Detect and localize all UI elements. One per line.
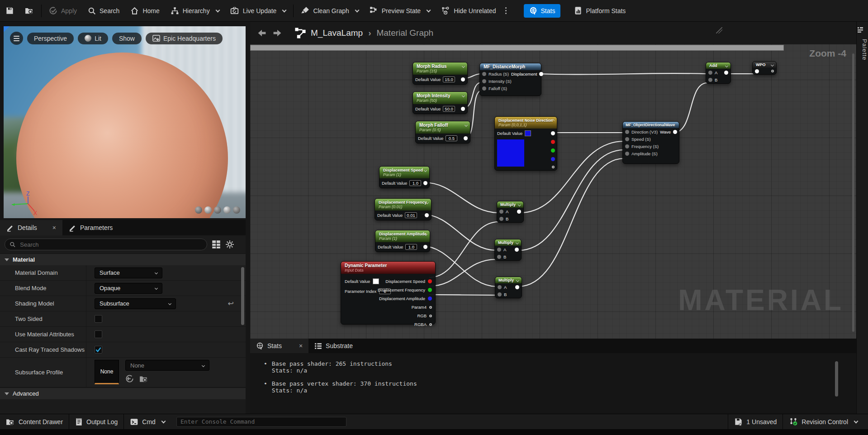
save-button[interactable]: [0, 0, 19, 22]
input-pin[interactable]: [499, 217, 503, 221]
preview-shape-plane-button[interactable]: [214, 206, 221, 214]
unsaved-button[interactable]: 1 Unsaved: [728, 414, 783, 430]
apply-button[interactable]: Apply: [43, 0, 82, 22]
chevron-down-icon[interactable]: [771, 63, 774, 67]
viewport-menu-button[interactable]: [10, 32, 23, 45]
subsurface-profile-thumbnail[interactable]: None: [95, 360, 119, 384]
breadcrumb-page[interactable]: Material Graph: [376, 28, 433, 38]
details-search-box[interactable]: [5, 239, 207, 250]
content-drawer-button[interactable]: Content Drawer: [0, 414, 69, 430]
input-pin[interactable]: [482, 79, 486, 83]
output-pin[interactable]: [429, 306, 432, 309]
search-button[interactable]: Search: [82, 0, 125, 22]
live-update-button[interactable]: Live Update: [225, 0, 292, 22]
preview-scene-button[interactable]: Epic Headquarters: [146, 33, 223, 44]
console-command-input[interactable]: [176, 417, 346, 427]
section-material[interactable]: Material: [0, 253, 246, 265]
output-pin[interactable]: [428, 296, 432, 301]
back-arrow-icon[interactable]: [256, 29, 267, 38]
output-pin[interactable]: [551, 131, 555, 135]
output-pin[interactable]: [464, 136, 468, 140]
input-pin[interactable]: [625, 144, 629, 148]
preview-shape-mesh-button[interactable]: [233, 206, 240, 214]
use-selected-icon[interactable]: [125, 374, 134, 383]
toolbar-overflow-button[interactable]: [502, 7, 510, 14]
node-add[interactable]: Add A B: [706, 62, 731, 84]
node-multiply-1[interactable]: Multiply A B: [497, 201, 524, 223]
input-pin[interactable]: [625, 152, 629, 156]
show-menu-button[interactable]: Show: [112, 33, 142, 44]
two-sided-checkbox[interactable]: [95, 315, 102, 323]
preview-shape-cube-button[interactable]: [223, 206, 231, 214]
home-button[interactable]: Home: [125, 0, 165, 22]
cast-ray-traced-shadows-checkbox[interactable]: [95, 346, 102, 354]
output-pin[interactable]: [673, 130, 677, 134]
output-pin[interactable]: [423, 245, 427, 249]
node-displacement-noise-direction[interactable]: Displacement Noise Direction Param (0,0,…: [494, 116, 557, 171]
node-morph-radius[interactable]: Morph Radius Param (15) Default Value 15…: [413, 62, 468, 85]
chevron-down-icon[interactable]: [462, 65, 465, 68]
output-pin[interactable]: [429, 315, 432, 317]
gear-icon[interactable]: [225, 240, 234, 249]
input-pin[interactable]: [497, 248, 501, 252]
perspective-button[interactable]: Perspective: [27, 33, 74, 44]
node-mf-object-directional-wave[interactable]: MF_ObjectDirectionalWave Direction (V3) …: [622, 121, 679, 164]
chevron-down-icon[interactable]: [424, 169, 427, 172]
subsurface-profile-dropdown[interactable]: None: [125, 360, 209, 371]
forward-arrow-icon[interactable]: [272, 29, 283, 38]
preview-viewport[interactable]: Perspective Lit Show Epic Headquarters Z…: [4, 26, 246, 218]
use-material-attributes-checkbox[interactable]: [95, 330, 102, 338]
chevron-down-icon[interactable]: [462, 94, 465, 97]
close-icon[interactable]: ×: [52, 224, 56, 231]
input-pin[interactable]: [625, 137, 629, 141]
chevron-down-icon[interactable]: [518, 203, 521, 206]
material-domain-dropdown[interactable]: Surface: [95, 268, 162, 278]
output-pin[interactable]: [771, 70, 774, 72]
preview-state-button[interactable]: Preview State: [364, 0, 436, 22]
color-swatch[interactable]: [525, 130, 531, 136]
output-pin-g[interactable]: [551, 148, 555, 153]
tab-stats[interactable]: Stats ×: [250, 339, 308, 353]
output-log-button[interactable]: Output Log: [69, 414, 123, 430]
stats-toggle-button[interactable]: Stats: [524, 4, 561, 18]
tab-parameters[interactable]: Parameters: [62, 220, 119, 235]
output-pin[interactable]: [515, 248, 519, 252]
output-pin-a[interactable]: [552, 166, 555, 168]
output-pin-r[interactable]: [551, 140, 555, 144]
tab-details[interactable]: Details ×: [0, 220, 62, 235]
graph-horizontal-scrollbar[interactable]: [250, 45, 784, 51]
input-pin[interactable]: [482, 72, 486, 76]
node-displacement-amplitude[interactable]: Displacement Amplitude Param (1) Default…: [375, 230, 430, 252]
blend-mode-dropdown[interactable]: Opaque: [95, 283, 162, 294]
input-pin[interactable]: [498, 292, 502, 296]
chevron-down-icon[interactable]: [516, 241, 519, 244]
input-pin[interactable]: [482, 86, 486, 91]
output-pin[interactable]: [461, 107, 465, 111]
hide-unrelated-button[interactable]: Hide Unrelated: [436, 0, 501, 22]
chevron-down-icon[interactable]: [465, 124, 468, 127]
output-pin[interactable]: [429, 323, 432, 326]
reset-to-default-icon[interactable]: ↩: [228, 299, 234, 308]
tab-substrate[interactable]: Substrate: [308, 339, 359, 353]
output-pin[interactable]: [724, 71, 728, 75]
input-pin[interactable]: [625, 130, 629, 134]
input-pin[interactable]: [499, 210, 503, 214]
output-pin[interactable]: [461, 77, 465, 81]
output-pin-b[interactable]: [551, 157, 555, 161]
node-wpo[interactable]: WPO: [752, 61, 777, 75]
output-pin[interactable]: [428, 279, 432, 283]
material-graph-canvas[interactable]: MATERIAL Morph Radius Param (15) Defa: [250, 22, 856, 339]
node-displacement-speed[interactable]: Displacement Speed Param (1) Default Val…: [379, 166, 430, 188]
output-pin[interactable]: [539, 72, 543, 76]
chevron-down-icon[interactable]: [516, 279, 519, 282]
revision-control-button[interactable]: Revision Control: [783, 414, 863, 430]
node-morph-falloff[interactable]: Morph Falloff Param (0.5) Default Value …: [415, 121, 470, 143]
platform-stats-button[interactable]: Platform Stats: [569, 0, 631, 22]
input-pin[interactable]: [497, 255, 501, 259]
node-mf-distance-morph[interactable]: MF_DistanceMorph Radius (S) Displacement…: [479, 63, 541, 96]
browse-to-asset-button[interactable]: [19, 0, 39, 22]
breadcrumb-asset[interactable]: M_LavaLamp: [311, 28, 363, 38]
node-displacement-frequency[interactable]: Displacement Frequency Param (0.01) Defa…: [375, 198, 432, 220]
output-pin[interactable]: [515, 285, 519, 289]
shading-model-dropdown[interactable]: Subsurface: [95, 298, 176, 309]
